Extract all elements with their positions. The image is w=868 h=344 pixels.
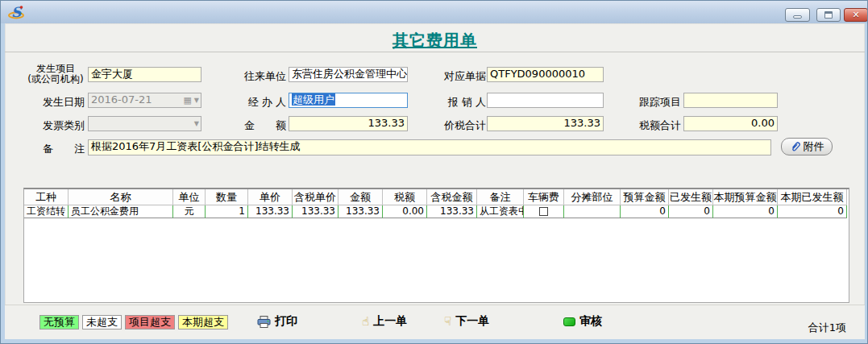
doc-number-label: 对应单据	[440, 69, 486, 84]
table-header-cell: 备注	[477, 189, 524, 205]
chevron-down-icon[interactable]: ▼	[194, 121, 199, 127]
table-header-cell: 已发生额	[669, 189, 713, 205]
table-header-cell: 单位	[173, 189, 206, 205]
total-count-label: 合计1项	[808, 321, 846, 335]
table-cell[interactable]	[564, 205, 621, 218]
counterpart-label: 往来单位	[240, 69, 286, 84]
legend-item: 本期超支	[178, 315, 228, 329]
audit-button[interactable]: 审核	[563, 314, 602, 329]
close-button[interactable]: ✕	[844, 8, 868, 22]
hand-up-icon: ☝	[362, 316, 369, 328]
calendar-icon[interactable]: ▦	[183, 96, 191, 105]
minimize-button[interactable]	[785, 8, 810, 22]
table-header-cell: 税额	[383, 189, 427, 205]
table-cell[interactable]: 0.00	[383, 205, 427, 218]
print-button-label: 打印	[275, 314, 297, 329]
table-header-cell: 车辆费	[524, 189, 564, 205]
table-cell[interactable]: 133.33	[248, 205, 293, 218]
tax-total-field[interactable]: 0.00	[683, 116, 778, 131]
handler-field[interactable]: 超级用户	[289, 93, 408, 108]
table-header-cell: 工种	[24, 189, 69, 205]
invoice-type-combo[interactable]: ▼	[88, 116, 201, 131]
legend-item: 项目超支	[125, 315, 175, 329]
total-with-tax-field[interactable]: 133.33	[487, 116, 604, 131]
tracking-field[interactable]	[683, 93, 778, 108]
table-cell[interactable]: 0	[713, 205, 778, 218]
prev-doc-button[interactable]: ☝ 上一单	[362, 314, 407, 329]
vehicle-fee-checkbox[interactable]	[539, 207, 548, 216]
audit-status-icon	[563, 317, 575, 326]
tax-total-label: 税额合计	[635, 118, 681, 133]
date-label: 发生日期	[25, 95, 85, 110]
table-row[interactable]: 工资结转员工公积金费用元1133.33133.33133.330.00133.3…	[24, 205, 849, 218]
close-icon: ✕	[852, 10, 859, 19]
table-cell[interactable]: 0	[669, 205, 713, 218]
table-cell[interactable]: 从工资表中	[477, 205, 524, 218]
table-cell[interactable]: 133.33	[338, 205, 383, 218]
table-cell[interactable]: 133.33	[427, 205, 477, 218]
attachment-button-label: 附件	[804, 139, 824, 154]
reimburser-label: 报 销 人	[440, 95, 486, 110]
next-doc-button[interactable]: ☟ 下一单	[444, 314, 489, 329]
table-cell[interactable]: 133.33	[293, 205, 338, 218]
paperclip-icon	[790, 141, 800, 152]
remark-field[interactable]: 根据2016年7月工资表[公积金合计]结转生成	[88, 139, 771, 155]
maximize-icon	[824, 11, 833, 19]
attachment-button[interactable]: 附件	[781, 138, 833, 155]
table-header-cell: 含税单价	[293, 189, 338, 205]
window: S ✕ 其它费用单 发生项目 (或公司机构) 金宇大厦 往来单位 东营住房公积金…	[0, 0, 868, 344]
table-header-cell: 本期预算金额	[713, 189, 778, 205]
print-button[interactable]: 打印	[257, 314, 297, 329]
counterpart-field[interactable]: 东营住房公积金管理中心	[289, 67, 408, 82]
app-logo-icon: S	[7, 3, 25, 21]
legend-item: 无预算	[39, 315, 79, 329]
minimize-icon	[793, 15, 802, 19]
table-header-cell: 分摊部位	[564, 189, 621, 205]
prev-doc-button-label: 上一单	[373, 314, 407, 329]
reimburser-field[interactable]	[487, 93, 604, 108]
table-cell[interactable]: 元	[173, 205, 206, 218]
invoice-type-label: 发票类别	[25, 118, 85, 133]
table-empty-area	[24, 218, 849, 302]
tracking-label: 跟踪项目	[635, 95, 681, 110]
expense-table: 工种名称单位数量单价含税单价金额税额含税金额备注车辆费分摊部位预算金额已发生额本…	[23, 188, 849, 303]
amount-label: 金 额	[240, 118, 286, 133]
table-header-cell: 预算金额	[621, 189, 669, 205]
page-title: 其它费用单	[392, 30, 477, 52]
handler-label: 经 办 人	[240, 95, 286, 110]
amount-field[interactable]: 133.33	[289, 116, 408, 131]
table-header-cell: 金额	[338, 189, 383, 205]
total-with-tax-label: 价税合计	[440, 118, 486, 133]
table-header-cell: 本期已发生额	[778, 189, 847, 205]
maximize-button[interactable]	[816, 8, 841, 22]
table-header-cell: 数量	[206, 189, 248, 205]
table-cell[interactable]: 1	[206, 205, 248, 218]
project-label: 发生项目 (或公司机构)	[25, 64, 86, 85]
date-field[interactable]: 2016-07-21 ▦ ▼	[88, 93, 201, 108]
budget-legend: 无预算未超支项目超支本期超支	[39, 315, 231, 329]
next-doc-button-label: 下一单	[455, 314, 489, 329]
chevron-down-icon[interactable]: ▼	[194, 97, 199, 104]
titlebar[interactable]: S ✕	[1, 1, 867, 23]
printer-icon	[257, 316, 271, 328]
doc-number-field[interactable]: QTFYD090000010	[487, 67, 604, 82]
table-cell[interactable]	[524, 205, 564, 218]
table-cell[interactable]: 工资结转	[24, 205, 69, 218]
project-field[interactable]: 金宇大厦	[88, 67, 201, 82]
hand-down-icon: ☟	[444, 316, 451, 328]
table-header-cell: 名称	[69, 189, 173, 205]
legend-item: 未超支	[82, 315, 122, 329]
table-cell[interactable]: 员工公积金费用	[69, 205, 173, 218]
remark-label: 备 注	[25, 142, 85, 156]
table-cell[interactable]: 0	[778, 205, 847, 218]
form-header: 其它费用单	[5, 23, 865, 52]
table-header-row: 工种名称单位数量单价含税单价金额税额含税金额备注车辆费分摊部位预算金额已发生额本…	[24, 189, 849, 205]
table-header-cell: 含税金额	[427, 189, 477, 205]
audit-button-label: 审核	[579, 314, 602, 329]
table-cell[interactable]: 0	[621, 205, 669, 218]
table-header-cell: 单价	[248, 189, 293, 205]
selected-text: 超级用户	[292, 93, 335, 106]
